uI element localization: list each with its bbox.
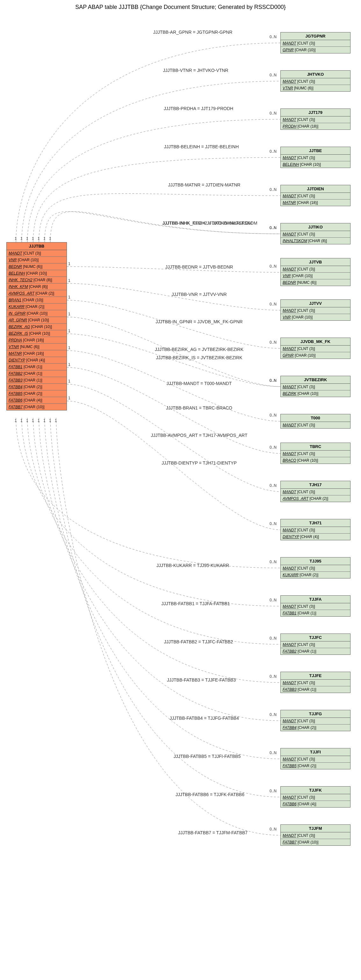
entity-target-field: MANDT [CLNT (3)] [281,794,350,801]
field-type: [CHAR (10)] [291,274,313,278]
entity-target-field: PRODH [CHAR (18)] [281,123,350,129]
field-type: [CHAR (10)] [27,318,49,322]
entity-main: JJJTBB MANDT [CLNT (3)]VNR [CHAR (10)]BE… [6,242,67,410]
entity-target-field: MANDT [CLNT (3)] [281,450,350,457]
field-name: BEZIRK_IS [9,331,28,336]
field-type: [CLNT (3)] [296,566,315,571]
field-name: MANDT [283,452,296,456]
field-type: [CHAR (4)] [25,358,45,363]
cardinality-label: 0..N [270,674,276,679]
relation-label: JJJTBB-IN_GPNR = JJVDB_MK_FK-GPNR [155,319,243,324]
relation-label: JJJTBB-FATBB1 = TJJFA-FATBB1 [161,601,230,606]
field-type: [CHAR (2)] [22,391,42,396]
field-name: AVMPOS_ART [9,291,34,296]
cardinality-label: 1 [26,418,28,423]
cardinality-label: 0..N [270,445,276,450]
entity-target-name: JGTGPNR [281,32,350,40]
field-name: MATNR [283,200,296,205]
cardinality-label: 1 [68,261,70,266]
entity-target-field: MANDT [CLNT (3)] [281,718,350,724]
field-name: GPNR [283,48,294,52]
entity-target-field: MANDT [CLNT (3)] [281,116,350,123]
cardinality-label: 0..N [270,751,276,755]
entity-target-name: JJT179 [281,109,350,116]
entity-target: TJJFAMANDT [CLNT (3)]FATBB1 [CHAR (1)] [280,595,350,617]
entity-target: TJJ95MANDT [CLNT (3)]KUKARR [CHAR (2)] [280,557,350,579]
entity-target-field: VNR [CHAR (10)] [281,273,350,279]
field-name: FATBB5 [283,764,297,768]
entity-target: JJTDIENMANDT [CLNT (3)]MATNR [CHAR (18)] [280,185,350,206]
field-type: [CHAR (1)] [297,649,316,654]
relation-label: JJJTBB-FATBB7 = TJJFM-FATBB7 [178,830,248,835]
field-type: [CLNT (3)] [296,41,315,46]
field-name: MANDT [283,604,296,609]
cardinality-label: 0..N [270,340,276,345]
field-name: VNR [9,258,17,262]
field-type: [CHAR (8)] [307,239,327,243]
field-type: [CHAR (18)] [22,351,44,356]
field-type: [CLNT (3)] [296,423,315,427]
cardinality-label: 1 [68,396,70,400]
cardinality-label: 0..N [270,522,276,526]
cardinality-label: 0..N [270,149,276,154]
entity-main-field: VNR [CHAR (10)] [7,257,67,264]
cardinality-label: 1 [55,418,57,423]
field-name: FATBB3 [283,687,297,692]
entity-target-name: JJTDIEN [281,185,350,193]
field-name: MANDT [283,232,296,236]
cardinality-label: 1 [26,236,28,241]
relation-label: JJJTBB-BEZIRK_AG = JVTBEZIRK-BEZIRK [155,347,243,352]
field-type: [CLNT (3)] [296,194,315,198]
entity-main-field: BRAN1 [CHAR (10)] [7,297,67,304]
entity-target-name: TBRC [281,443,350,450]
field-type: [CLNT (3)] [296,452,315,456]
cardinality-label: 1 [21,236,22,241]
field-name: MANDT [283,719,296,723]
entity-target-field: MANDT [CLNT (3)] [281,231,350,238]
entity-target-name: JJTVB [281,258,350,266]
relation-label: JJJTBB-PRDHA = JJT179-PRODH [164,106,233,111]
field-name: MANDT [283,423,296,427]
page-title: SAP ABAP table JJJTBB {Change Document S… [0,0,361,13]
relation-label: JJJTBB-AVMPOS_ART = TJH17-AVMPOS_ART [151,433,247,438]
entity-target: JJT179MANDT [CLNT (3)]PRODH [CHAR (18)] [280,108,350,130]
entity-target-name: TJH17 [281,481,350,489]
entity-target-field: MANDT [CLNT (3)] [281,832,350,839]
field-name: MANDT [283,528,296,532]
field-name: FATBB7 [9,405,22,409]
entity-target-field: GPNR [CHAR (10)] [281,47,350,53]
field-type: [CLNT (3)] [296,681,315,685]
field-type: [CHAR (1)] [297,611,316,616]
relation-label: JJJTBB-FATBB3 = TJJFE-FATBB3 [167,678,236,682]
field-type: [CHAR (10)] [296,458,318,463]
field-name: INHK_KFM [9,285,28,289]
cardinality-label: 0..N [270,111,276,116]
relation-label: JJJTBB-VNR = JJTVV-VNR [171,292,227,297]
field-name: FATBB6 [283,802,297,806]
field-name: INHALTSKOM [283,239,307,243]
field-name: MANDT [283,156,296,160]
field-type: [CLNT (3)] [296,604,315,609]
entity-target-name: JVTBEZIRK [281,376,350,384]
entity-target: JJTIKOMANDT [CLNT (3)]INHALTSKOM [CHAR (… [280,223,350,244]
field-name: MANDT [283,833,296,838]
field-name: FATBB5 [9,391,22,396]
entity-target: JGTGPNRMANDT [CLNT (3)]GPNR [CHAR (10)] [280,32,350,54]
field-name: MANDT [283,643,296,647]
field-type: [CLNT (3)] [296,385,315,389]
entity-main-field: INHK_TECH2 [CHAR (8)] [7,277,67,283]
field-type: [CHAR (1)] [22,378,42,382]
cardinality-label: 0..N [270,789,276,793]
relation-label: JJJTBB-BELEINH = JJTBE-BELEINH [164,144,239,149]
field-type: [CHAR (2)] [299,573,318,577]
cardinality-label: 0..N [270,483,276,488]
field-name: BRAN1 [9,298,21,302]
entity-target-field: MANDT [CLNT (3)] [281,266,350,273]
field-name: KUKARR [283,573,299,577]
field-name: AVMPOS_ART [283,496,308,501]
field-name: MANDT [283,795,296,800]
field-type: [CHAR (10)] [30,325,52,329]
relation-label: JJJTBB-FATBB6 = TJJFK-FATBB6 [176,792,244,797]
entity-main-field: FATBB4 [CHAR (2)] [7,384,67,390]
entity-target: JJVDB_MK_FKMANDT [CLNT (3)]GPNR [CHAR (1… [280,337,350,359]
